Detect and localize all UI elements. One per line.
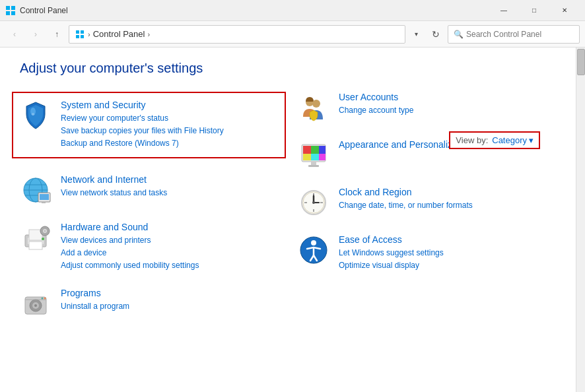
appearance-icon: [298, 139, 329, 171]
svg-rect-42: [311, 162, 316, 165]
back-button[interactable]: ‹: [5, 25, 24, 44]
svg-rect-40: [311, 154, 319, 160]
main-area: Adjust your computer's settings View by:…: [0, 48, 585, 392]
category-network: Network and Internet View network status…: [20, 174, 278, 206]
clock-link-1[interactable]: Change date, time, or number formats: [339, 199, 556, 212]
svg-point-31: [42, 298, 44, 300]
hardware-icon: [20, 222, 52, 253]
svg-rect-3: [11, 11, 15, 15]
up-button[interactable]: ↑: [48, 25, 66, 44]
categories-grid: System and Security Review your computer…: [20, 92, 556, 335]
hardware-link-3[interactable]: Adjust commonly used mobility settings: [61, 259, 278, 272]
svg-point-22: [42, 238, 44, 240]
system-security-link-1[interactable]: Review your computer's status: [61, 112, 275, 125]
user-accounts-icon: [298, 92, 329, 123]
ease-icon: [298, 234, 329, 266]
viewby-button[interactable]: Category ▾: [492, 135, 533, 145]
category-user-accounts: User Accounts Change account type: [298, 92, 556, 123]
svg-rect-36: [303, 146, 311, 154]
search-input[interactable]: [466, 30, 574, 39]
clock-icon: [298, 187, 329, 218]
ease-link-1[interactable]: Let Windows suggest settings: [339, 247, 556, 259]
clock-text: Clock and Region Change date, time, or n…: [339, 187, 556, 212]
network-title[interactable]: Network and Internet: [61, 174, 278, 185]
svg-point-32: [44, 298, 46, 300]
close-button[interactable]: ✕: [549, 0, 580, 21]
system-security-title[interactable]: System and Security: [61, 100, 275, 110]
svg-rect-21: [29, 242, 42, 249]
viewby-container: View by: Category ▾: [449, 131, 540, 149]
scrollbar-thumb[interactable]: [577, 49, 585, 75]
svg-rect-17: [42, 202, 46, 203]
viewby-value: Category: [492, 135, 527, 145]
categories-left: System and Security Review your computer…: [20, 92, 278, 335]
svg-rect-7: [81, 35, 84, 38]
maximize-button[interactable]: □: [519, 0, 549, 21]
programs-link-1[interactable]: Uninstall a program: [61, 300, 278, 313]
svg-rect-43: [308, 165, 319, 167]
ease-title[interactable]: Ease of Access: [339, 234, 556, 245]
path-separator-2: ›: [147, 30, 150, 38]
control-panel-icon: [75, 29, 85, 40]
minimize-button[interactable]: —: [489, 0, 519, 21]
path-control-panel[interactable]: Control Panel: [93, 29, 145, 39]
svg-rect-1: [11, 6, 15, 10]
svg-rect-4: [76, 30, 79, 34]
scrollbar-track[interactable]: [576, 48, 585, 392]
category-programs: Programs Uninstall a program: [20, 288, 278, 319]
viewby-arrow: ▾: [529, 135, 533, 145]
forward-button[interactable]: ›: [26, 25, 45, 44]
svg-rect-0: [6, 6, 10, 10]
svg-rect-38: [319, 146, 326, 154]
categories-right: User Accounts Change account type: [298, 92, 556, 335]
titlebar-title: Control Panel: [20, 6, 489, 15]
svg-point-25: [44, 230, 46, 232]
programs-icon: [20, 288, 52, 319]
titlebar-app-icon: [5, 5, 16, 16]
svg-point-52: [312, 201, 315, 204]
system-security-link-3[interactable]: Backup and Restore (Windows 7): [61, 137, 275, 150]
svg-rect-2: [6, 11, 10, 15]
network-link-1[interactable]: View network status and tasks: [61, 187, 278, 199]
programs-text: Programs Uninstall a program: [61, 288, 278, 313]
svg-point-29: [34, 304, 37, 307]
svg-rect-6: [76, 35, 79, 38]
category-hardware: Hardware and Sound View devices and prin…: [20, 222, 278, 273]
svg-rect-16: [40, 194, 49, 200]
page-title: Adjust your computer's settings: [20, 61, 556, 76]
network-text: Network and Internet View network status…: [61, 174, 278, 199]
svg-point-34: [312, 100, 320, 108]
address-bar[interactable]: › Control Panel ›: [69, 25, 405, 44]
svg-rect-39: [303, 154, 311, 160]
system-security-icon: [20, 100, 52, 131]
clock-title[interactable]: Clock and Region: [339, 187, 556, 197]
search-box[interactable]: 🔍: [448, 25, 580, 44]
svg-rect-37: [311, 146, 319, 154]
path-separator-1: ›: [88, 30, 90, 38]
hardware-link-2[interactable]: Add a device: [61, 247, 278, 259]
svg-rect-41: [319, 154, 326, 160]
network-icon: [20, 174, 52, 206]
ease-link-2[interactable]: Optimize visual display: [339, 259, 556, 272]
user-accounts-text: User Accounts Change account type: [339, 92, 556, 117]
titlebar: Control Panel — □ ✕: [0, 0, 585, 21]
path-dropdown-button[interactable]: ▾: [408, 25, 424, 44]
hardware-link-1[interactable]: View devices and printers: [61, 234, 278, 247]
user-accounts-title[interactable]: User Accounts: [339, 92, 556, 102]
refresh-button[interactable]: ↻: [427, 25, 445, 44]
hardware-text: Hardware and Sound View devices and prin…: [61, 222, 278, 273]
system-security-text: System and Security Review your computer…: [61, 100, 275, 150]
content-area: Adjust your computer's settings View by:…: [0, 48, 576, 392]
category-ease: Ease of Access Let Windows suggest setti…: [298, 234, 556, 272]
search-icon: 🔍: [454, 30, 464, 39]
ease-text: Ease of Access Let Windows suggest setti…: [339, 234, 556, 272]
hardware-title[interactable]: Hardware and Sound: [61, 222, 278, 232]
user-accounts-link-1[interactable]: Change account type: [339, 104, 556, 117]
programs-title[interactable]: Programs: [61, 288, 278, 298]
svg-rect-5: [81, 30, 84, 34]
titlebar-controls: — □ ✕: [489, 0, 580, 21]
category-system-security: System and Security Review your computer…: [12, 92, 286, 158]
system-security-link-2[interactable]: Save backup copies your files with File …: [61, 125, 275, 137]
viewby-label: View by:: [456, 135, 488, 145]
category-clock: Clock and Region Change date, time, or n…: [298, 187, 556, 218]
